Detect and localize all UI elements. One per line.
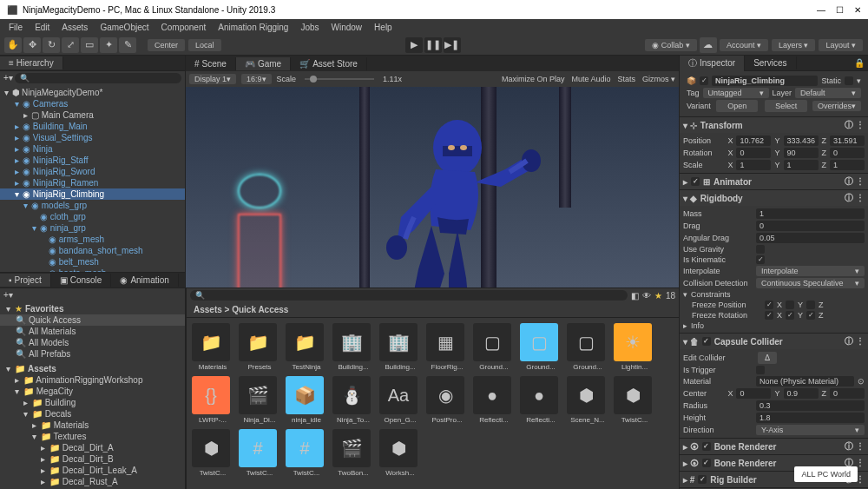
pos-z[interactable]: 31.591 <box>830 135 865 146</box>
asset-item[interactable]: 🏢Building... <box>332 323 374 371</box>
scene-tab[interactable]: # Scene <box>186 57 236 70</box>
asset-item[interactable]: ☀Lightin... <box>614 323 655 371</box>
bone-renderer-1[interactable]: ▸ ⦿ Bone Rendererⓘ ⋮ <box>680 439 868 454</box>
center-y[interactable]: 0.9 <box>784 388 819 399</box>
angular-drag-field[interactable]: 0.05 <box>756 233 865 243</box>
menu-help[interactable]: Help <box>369 21 398 34</box>
project-item[interactable]: ▸📁 Building <box>0 397 185 408</box>
pivot-toggle[interactable]: Center <box>148 39 185 51</box>
hierarchy-item[interactable]: ▾◉ ninja_grp <box>0 222 185 234</box>
center-x[interactable]: 0 <box>736 388 771 399</box>
gizmos-dropdown[interactable]: Gizmos ▾ <box>642 75 675 83</box>
hierarchy-item[interactable]: ◉ belt_mesh <box>0 256 185 268</box>
project-item[interactable]: ▸📁 Decal_Rust_A <box>0 476 185 487</box>
rot-x[interactable]: 0 <box>736 148 771 158</box>
asset-store-tab[interactable]: 🛒 Asset Store <box>291 57 367 70</box>
hand-tool[interactable]: ✋ <box>4 37 22 53</box>
lock-icon[interactable]: 🔒 <box>851 58 868 68</box>
object-name-field[interactable]: NinjaRig_Climbing <box>712 76 818 86</box>
freeze-rx[interactable] <box>765 311 773 320</box>
hierarchy-item[interactable]: ◉ arms_mesh <box>0 234 185 245</box>
rigidbody-header[interactable]: ▾ ◆ Rigidbodyⓘ ⋮ <box>680 190 868 206</box>
layout-dropdown[interactable]: Layout ▾ <box>819 39 863 51</box>
hierarchy-tab[interactable]: ≡ Hierarchy <box>0 56 63 69</box>
step-button[interactable]: ▶❚ <box>444 37 461 53</box>
menu-file[interactable]: File <box>3 21 28 34</box>
inspector-tab[interactable]: ⓘ Inspector <box>680 56 745 71</box>
menu-jobs[interactable]: Jobs <box>295 21 324 34</box>
static-checkbox[interactable] <box>845 76 853 85</box>
freeze-ry[interactable] <box>786 311 794 320</box>
asset-item[interactable]: 📁Presets <box>239 323 280 371</box>
asset-item[interactable]: ⬢Worksh... <box>379 429 421 477</box>
play-button[interactable]: ▶ <box>405 37 423 53</box>
asset-item[interactable]: #TwistC... <box>286 429 327 477</box>
project-item[interactable]: ▸📁 Decal_Dirt_Leak_A <box>0 465 185 476</box>
mass-field[interactable]: 1 <box>756 208 865 219</box>
open-prefab-button[interactable]: Open <box>716 100 759 112</box>
scene-root[interactable]: ▾⬢ NinjaMegacityDemo* <box>0 87 185 98</box>
hierarchy-item[interactable]: ▸◉ NinjaRig_Ramen <box>0 177 185 188</box>
hierarchy-item[interactable]: ▾◉ models_grp <box>0 200 185 211</box>
overrides-dropdown[interactable]: Overrides ▾ <box>812 101 861 111</box>
project-item[interactable]: ▾📁 Decals <box>0 408 185 420</box>
freeze-pz[interactable] <box>806 301 815 309</box>
asset-item[interactable]: {}LWRP-... <box>192 376 233 424</box>
hierarchy-item[interactable]: ◉ cloth_grp <box>0 211 185 222</box>
asset-item[interactable]: 🎬TwoBon... <box>332 429 374 477</box>
fav-all-materials[interactable]: 🔍 All Materials <box>0 326 185 337</box>
asset-item[interactable]: ▦FloorRig... <box>426 323 468 371</box>
cloud-icon[interactable]: ☁ <box>700 37 717 53</box>
close-button[interactable]: ✕ <box>854 5 861 15</box>
freeze-px[interactable] <box>765 301 773 309</box>
active-checkbox[interactable] <box>700 76 708 85</box>
capsule-header[interactable]: ▾ 🗑 Capsule Colliderⓘ ⋮ <box>680 334 868 349</box>
rot-z[interactable]: 0 <box>830 148 865 158</box>
select-prefab-button[interactable]: Select <box>765 100 807 112</box>
stats-toggle[interactable]: Stats <box>617 75 635 83</box>
move-tool[interactable]: ✥ <box>23 37 41 53</box>
asset-item[interactable]: ●Reflecti... <box>520 376 562 424</box>
scl-y[interactable]: 1 <box>784 160 819 170</box>
maximize-on-play[interactable]: Maximize On Play <box>502 75 565 83</box>
hierarchy-search[interactable]: 🔍 <box>15 73 181 83</box>
material-field[interactable]: None (Physic Material) <box>756 376 854 387</box>
edit-collider-button[interactable]: ᐃ <box>758 352 777 364</box>
asset-item[interactable]: ⬢TwistC... <box>614 376 655 424</box>
project-item[interactable]: ▾📁 Textures <box>0 431 185 442</box>
asset-item[interactable]: ⬢Scene_N... <box>567 376 608 424</box>
hierarchy-item[interactable]: ▸◉ Ninja <box>0 143 185 155</box>
center-z[interactable]: 0 <box>830 388 865 399</box>
favorite-icon[interactable]: ★ <box>654 291 662 301</box>
transform-tool[interactable]: ✦ <box>100 37 117 53</box>
project-create[interactable]: +▾ <box>3 290 13 300</box>
hierarchy-item[interactable]: ▸◉ Building_Main <box>0 121 185 132</box>
freeze-py[interactable] <box>786 301 794 309</box>
pause-button[interactable]: ❚❚ <box>424 37 442 53</box>
collab-dropdown[interactable]: ◉ Collab ▾ <box>645 39 697 51</box>
services-tab[interactable]: Services <box>745 56 796 69</box>
scale-slider[interactable] <box>305 78 374 80</box>
radius-field[interactable]: 0.3 <box>756 400 865 411</box>
asset-item[interactable]: ▢Ground... <box>473 323 515 371</box>
menu-gameobject[interactable]: GameObject <box>95 21 154 34</box>
layers-dropdown[interactable]: Layers ▾ <box>772 39 816 51</box>
animation-tab[interactable]: ◉ Animation <box>111 274 178 287</box>
hierarchy-item[interactable]: ▸▢ Main Camera <box>0 109 185 121</box>
scale-tool[interactable]: ⤢ <box>62 37 79 53</box>
minimize-button[interactable]: — <box>817 5 825 15</box>
project-item[interactable]: ▾📁 MegaCity <box>0 386 185 397</box>
scl-x[interactable]: 1 <box>736 160 771 170</box>
asset-item[interactable]: ▢Ground... <box>520 323 562 371</box>
drag-field[interactable]: 0 <box>756 221 865 231</box>
asset-item[interactable]: 📁Materials <box>192 323 233 371</box>
fav-all-prefabs[interactable]: 🔍 All Prefabs <box>0 348 185 360</box>
tag-dropdown[interactable]: Untagged ▾ <box>703 88 769 98</box>
asset-item[interactable]: 🏢Building... <box>379 323 421 371</box>
asset-item[interactable]: ⬢TwistC... <box>192 429 233 477</box>
custom-tool[interactable]: ✎ <box>119 37 136 53</box>
hierarchy-item[interactable]: ▸◉ Visual_Settings <box>0 132 185 143</box>
create-dropdown[interactable]: +▾ <box>3 73 13 83</box>
project-item[interactable]: ▸📁 Materials <box>0 420 185 431</box>
fav-quick-access[interactable]: 🔍 Quick Access <box>0 314 185 326</box>
